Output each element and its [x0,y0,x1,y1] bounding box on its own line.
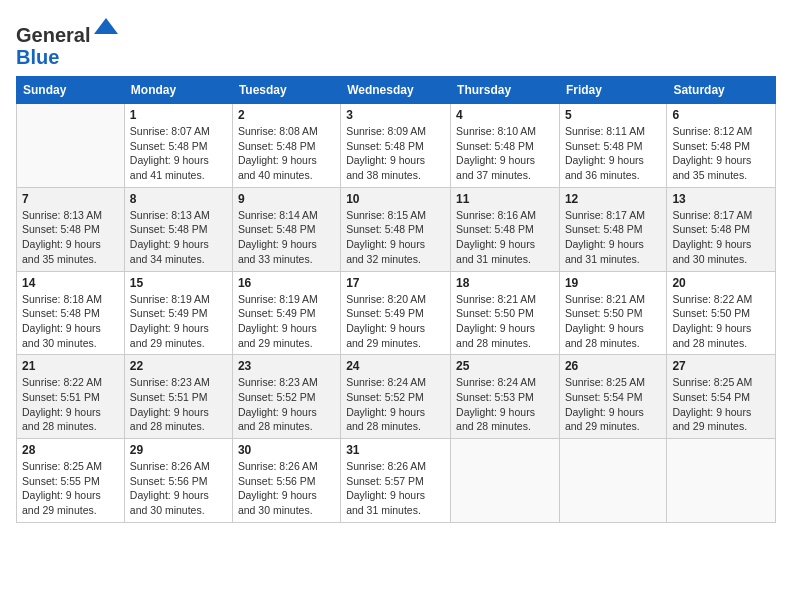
calendar-day-27: 27Sunrise: 8:25 AMSunset: 5:54 PMDayligh… [667,355,776,439]
calendar-day-3: 3Sunrise: 8:09 AMSunset: 5:48 PMDaylight… [341,104,451,188]
day-info: Sunrise: 8:17 AMSunset: 5:48 PMDaylight:… [672,208,770,267]
day-info: Sunrise: 8:17 AMSunset: 5:48 PMDaylight:… [565,208,661,267]
logo-icon [92,14,120,42]
calendar-day-22: 22Sunrise: 8:23 AMSunset: 5:51 PMDayligh… [124,355,232,439]
day-info: Sunrise: 8:25 AMSunset: 5:54 PMDaylight:… [565,375,661,434]
calendar-day-11: 11Sunrise: 8:16 AMSunset: 5:48 PMDayligh… [451,187,560,271]
day-number: 31 [346,443,445,457]
day-info: Sunrise: 8:07 AMSunset: 5:48 PMDaylight:… [130,124,227,183]
day-info: Sunrise: 8:08 AMSunset: 5:48 PMDaylight:… [238,124,335,183]
logo-general-text: General [16,24,90,46]
calendar-day-10: 10Sunrise: 8:15 AMSunset: 5:48 PMDayligh… [341,187,451,271]
calendar-body: 1Sunrise: 8:07 AMSunset: 5:48 PMDaylight… [17,104,776,523]
day-info: Sunrise: 8:22 AMSunset: 5:51 PMDaylight:… [22,375,119,434]
day-header-thursday: Thursday [451,77,560,104]
day-info: Sunrise: 8:25 AMSunset: 5:55 PMDaylight:… [22,459,119,518]
day-number: 6 [672,108,770,122]
day-number: 26 [565,359,661,373]
calendar-day-2: 2Sunrise: 8:08 AMSunset: 5:48 PMDaylight… [232,104,340,188]
day-info: Sunrise: 8:24 AMSunset: 5:53 PMDaylight:… [456,375,554,434]
calendar-day-empty [559,439,666,523]
day-info: Sunrise: 8:11 AMSunset: 5:48 PMDaylight:… [565,124,661,183]
calendar-day-24: 24Sunrise: 8:24 AMSunset: 5:52 PMDayligh… [341,355,451,439]
day-info: Sunrise: 8:14 AMSunset: 5:48 PMDaylight:… [238,208,335,267]
day-info: Sunrise: 8:21 AMSunset: 5:50 PMDaylight:… [456,292,554,351]
day-number: 11 [456,192,554,206]
calendar-day-19: 19Sunrise: 8:21 AMSunset: 5:50 PMDayligh… [559,271,666,355]
day-number: 28 [22,443,119,457]
day-info: Sunrise: 8:26 AMSunset: 5:57 PMDaylight:… [346,459,445,518]
day-info: Sunrise: 8:09 AMSunset: 5:48 PMDaylight:… [346,124,445,183]
day-info: Sunrise: 8:12 AMSunset: 5:48 PMDaylight:… [672,124,770,183]
day-info: Sunrise: 8:23 AMSunset: 5:52 PMDaylight:… [238,375,335,434]
day-info: Sunrise: 8:26 AMSunset: 5:56 PMDaylight:… [238,459,335,518]
day-info: Sunrise: 8:25 AMSunset: 5:54 PMDaylight:… [672,375,770,434]
calendar-week-row: 7Sunrise: 8:13 AMSunset: 5:48 PMDaylight… [17,187,776,271]
svg-marker-0 [94,18,118,34]
calendar-day-21: 21Sunrise: 8:22 AMSunset: 5:51 PMDayligh… [17,355,125,439]
calendar-day-14: 14Sunrise: 8:18 AMSunset: 5:48 PMDayligh… [17,271,125,355]
calendar-table: SundayMondayTuesdayWednesdayThursdayFrid… [16,76,776,523]
day-number: 25 [456,359,554,373]
calendar-week-row: 28Sunrise: 8:25 AMSunset: 5:55 PMDayligh… [17,439,776,523]
calendar-week-row: 1Sunrise: 8:07 AMSunset: 5:48 PMDaylight… [17,104,776,188]
day-number: 20 [672,276,770,290]
calendar-day-5: 5Sunrise: 8:11 AMSunset: 5:48 PMDaylight… [559,104,666,188]
day-number: 22 [130,359,227,373]
day-info: Sunrise: 8:16 AMSunset: 5:48 PMDaylight:… [456,208,554,267]
days-header-row: SundayMondayTuesdayWednesdayThursdayFrid… [17,77,776,104]
day-number: 13 [672,192,770,206]
calendar-day-18: 18Sunrise: 8:21 AMSunset: 5:50 PMDayligh… [451,271,560,355]
calendar-day-28: 28Sunrise: 8:25 AMSunset: 5:55 PMDayligh… [17,439,125,523]
day-number: 4 [456,108,554,122]
day-number: 23 [238,359,335,373]
day-info: Sunrise: 8:13 AMSunset: 5:48 PMDaylight:… [22,208,119,267]
page: General Blue SundayMondayTuesdayWednesda… [0,0,792,612]
calendar-day-17: 17Sunrise: 8:20 AMSunset: 5:49 PMDayligh… [341,271,451,355]
calendar-day-7: 7Sunrise: 8:13 AMSunset: 5:48 PMDaylight… [17,187,125,271]
day-number: 12 [565,192,661,206]
day-number: 7 [22,192,119,206]
day-number: 5 [565,108,661,122]
day-info: Sunrise: 8:15 AMSunset: 5:48 PMDaylight:… [346,208,445,267]
calendar-week-row: 21Sunrise: 8:22 AMSunset: 5:51 PMDayligh… [17,355,776,439]
calendar-day-23: 23Sunrise: 8:23 AMSunset: 5:52 PMDayligh… [232,355,340,439]
day-number: 29 [130,443,227,457]
day-header-saturday: Saturday [667,77,776,104]
day-number: 19 [565,276,661,290]
day-info: Sunrise: 8:26 AMSunset: 5:56 PMDaylight:… [130,459,227,518]
logo: General Blue [16,14,120,68]
calendar-day-6: 6Sunrise: 8:12 AMSunset: 5:48 PMDaylight… [667,104,776,188]
calendar-day-8: 8Sunrise: 8:13 AMSunset: 5:48 PMDaylight… [124,187,232,271]
day-number: 10 [346,192,445,206]
day-info: Sunrise: 8:21 AMSunset: 5:50 PMDaylight:… [565,292,661,351]
day-info: Sunrise: 8:20 AMSunset: 5:49 PMDaylight:… [346,292,445,351]
day-header-friday: Friday [559,77,666,104]
day-info: Sunrise: 8:22 AMSunset: 5:50 PMDaylight:… [672,292,770,351]
day-info: Sunrise: 8:13 AMSunset: 5:48 PMDaylight:… [130,208,227,267]
day-number: 9 [238,192,335,206]
calendar-day-12: 12Sunrise: 8:17 AMSunset: 5:48 PMDayligh… [559,187,666,271]
day-header-wednesday: Wednesday [341,77,451,104]
calendar-day-20: 20Sunrise: 8:22 AMSunset: 5:50 PMDayligh… [667,271,776,355]
day-info: Sunrise: 8:23 AMSunset: 5:51 PMDaylight:… [130,375,227,434]
day-number: 21 [22,359,119,373]
header: General Blue [16,10,776,68]
calendar-day-31: 31Sunrise: 8:26 AMSunset: 5:57 PMDayligh… [341,439,451,523]
logo-blue-text: Blue [16,46,59,68]
calendar-day-26: 26Sunrise: 8:25 AMSunset: 5:54 PMDayligh… [559,355,666,439]
calendar-day-empty [667,439,776,523]
calendar-day-29: 29Sunrise: 8:26 AMSunset: 5:56 PMDayligh… [124,439,232,523]
day-number: 15 [130,276,227,290]
day-header-sunday: Sunday [17,77,125,104]
day-number: 30 [238,443,335,457]
calendar-day-1: 1Sunrise: 8:07 AMSunset: 5:48 PMDaylight… [124,104,232,188]
day-number: 18 [456,276,554,290]
calendar-day-30: 30Sunrise: 8:26 AMSunset: 5:56 PMDayligh… [232,439,340,523]
day-info: Sunrise: 8:19 AMSunset: 5:49 PMDaylight:… [238,292,335,351]
calendar-day-25: 25Sunrise: 8:24 AMSunset: 5:53 PMDayligh… [451,355,560,439]
calendar-day-15: 15Sunrise: 8:19 AMSunset: 5:49 PMDayligh… [124,271,232,355]
day-number: 2 [238,108,335,122]
day-header-tuesday: Tuesday [232,77,340,104]
calendar-day-13: 13Sunrise: 8:17 AMSunset: 5:48 PMDayligh… [667,187,776,271]
